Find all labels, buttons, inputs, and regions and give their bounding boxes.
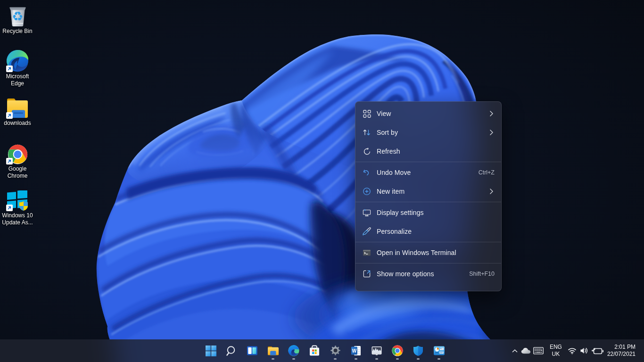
svg-text:W: W	[352, 348, 357, 354]
svg-text:♻: ♻	[12, 9, 23, 24]
